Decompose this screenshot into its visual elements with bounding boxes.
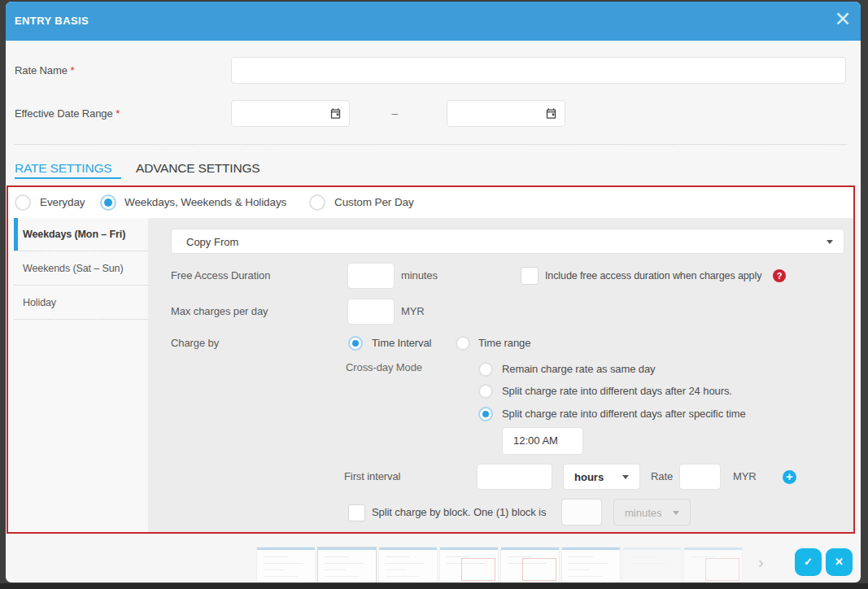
split-block-checkbox[interactable] <box>348 504 365 521</box>
rate-settings-content: Copy From Free Access Duration minutes I… <box>148 218 853 532</box>
block-size-input[interactable] <box>561 499 602 526</box>
first-interval-label: First interval <box>344 464 400 490</box>
radio-split-specific-time-label: Split charge rate into different days af… <box>502 401 746 427</box>
copy-from-select[interactable]: Copy From <box>171 229 844 254</box>
free-access-unit: minutes <box>401 263 438 289</box>
date-to-input[interactable] <box>447 100 565 127</box>
calendar-icon[interactable] <box>545 107 557 123</box>
radio-time-interval-label: Time Interval <box>372 330 431 356</box>
dialog-header: ENTRY BASIS ✕ <box>6 2 861 41</box>
calendar-icon[interactable] <box>329 107 342 123</box>
thumbnail[interactable] <box>378 547 438 582</box>
date-range-separator: – <box>386 100 403 127</box>
chevron-down-icon <box>673 511 679 515</box>
free-access-input[interactable] <box>347 263 395 289</box>
first-interval-input[interactable] <box>477 464 552 490</box>
help-icon[interactable]: ? <box>773 269 786 282</box>
free-access-label: Free Access Duration <box>171 263 270 289</box>
cancel-button[interactable]: ✕ <box>826 548 853 576</box>
include-free-access-label: Include free access duration when charge… <box>545 263 761 289</box>
thumbnail[interactable] <box>683 547 743 582</box>
chevron-down-icon <box>827 240 833 244</box>
thumbnail[interactable] <box>439 547 499 582</box>
charge-by-label: Charge by <box>171 330 219 356</box>
max-charges-label: Max charges per day <box>171 299 268 325</box>
rate-label: Rate <box>651 464 673 490</box>
screenshot-filmstrip[interactable] <box>256 547 743 582</box>
sidebar-item-holiday[interactable]: Holiday <box>14 286 148 320</box>
radio-weekdays-weekends-holidays-label: Weekdays, Weekends & Holidays <box>124 187 286 218</box>
thumbnail[interactable] <box>622 547 682 582</box>
chevron-down-icon <box>622 475 629 479</box>
active-tab-underline <box>15 177 121 179</box>
split-block-label: Split charge by block. One (1) block is <box>372 500 546 526</box>
radio-remain-charge[interactable] <box>478 362 493 377</box>
radio-time-range[interactable] <box>456 336 470 351</box>
rate-currency: MYR <box>733 464 757 490</box>
separator <box>15 144 847 145</box>
radio-split-specific-time[interactable] <box>478 407 493 421</box>
include-free-access-checkbox[interactable] <box>521 267 539 285</box>
day-mode-group: Everyday Weekdays, Weekends & Holidays C… <box>8 187 853 218</box>
rate-settings-panel: Everyday Weekdays, Weekends & Holidays C… <box>7 185 855 534</box>
date-from-input[interactable] <box>231 100 350 127</box>
max-charges-input[interactable] <box>347 299 395 325</box>
radio-time-range-label: Time range <box>478 330 530 356</box>
dialog-title: ENTRY BASIS <box>15 2 89 41</box>
sidebar-item-weekends[interactable]: Weekends (Sat – Sun) <box>14 251 148 286</box>
radio-everyday-label: Everyday <box>40 187 85 218</box>
radio-weekdays-weekends-holidays[interactable] <box>100 194 116 211</box>
confirm-button[interactable]: ✓ <box>795 548 822 576</box>
radio-custom-per-day[interactable] <box>309 194 325 211</box>
radio-split-24h[interactable] <box>478 384 493 399</box>
radio-custom-per-day-label: Custom Per Day <box>334 187 414 218</box>
rate-name-label: Rate Name * <box>15 57 74 84</box>
close-icon[interactable]: ✕ <box>827 2 859 37</box>
thumbnail[interactable] <box>317 547 377 582</box>
thumbnail[interactable] <box>561 547 621 582</box>
cross-day-mode-label: Cross-day Mode <box>346 355 422 381</box>
rate-input[interactable] <box>679 464 721 490</box>
day-type-sidebar: Weekdays (Mon – Fri) Weekends (Sat – Sun… <box>8 218 148 532</box>
tab-rate-settings[interactable]: RATE SETTINGS <box>15 161 111 176</box>
entry-basis-dialog: ENTRY BASIS ✕ Rate Name * Effective Date… <box>6 2 861 582</box>
filmstrip-next-icon[interactable]: › <box>758 553 764 572</box>
interval-unit-select[interactable]: hours <box>563 464 640 490</box>
radio-time-interval[interactable] <box>348 336 363 351</box>
radio-everyday[interactable] <box>15 194 31 211</box>
sidebar-item-weekdays[interactable]: Weekdays (Mon – Fri) <box>14 218 148 251</box>
add-interval-icon[interactable]: + <box>783 470 796 484</box>
max-charges-unit: MYR <box>401 299 425 325</box>
thumbnail[interactable] <box>256 547 316 582</box>
screen: ENTRY BASIS ✕ Rate Name * Effective Date… <box>0 0 868 589</box>
effective-date-label: Effective Date Range * <box>15 100 120 127</box>
tab-advance-settings[interactable]: ADVANCE SETTINGS <box>136 161 260 176</box>
block-unit-select[interactable]: minutes <box>613 499 691 526</box>
rate-name-input[interactable] <box>231 57 846 84</box>
specific-time-input[interactable]: 12:00 AM <box>502 427 583 455</box>
thumbnail[interactable] <box>500 547 560 582</box>
